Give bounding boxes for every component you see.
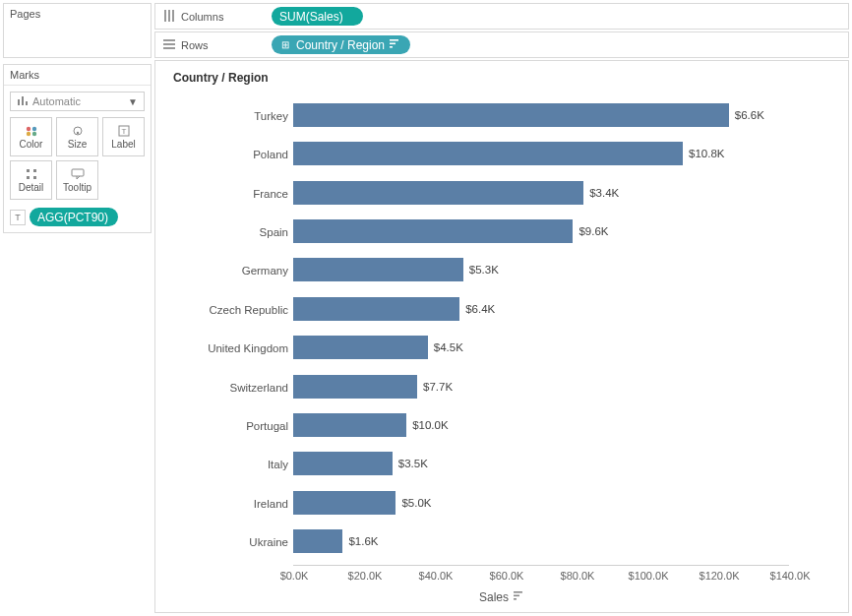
svg-rect-23	[390, 42, 396, 44]
svg-rect-19	[163, 39, 175, 41]
rows-shelf-label: Rows	[181, 39, 209, 51]
svg-rect-11	[27, 169, 30, 172]
bar-value-label: $5.3K	[469, 264, 499, 276]
pages-title: Pages	[4, 4, 151, 24]
columns-shelf[interactable]: Columns SUM(Sales)	[154, 3, 849, 30]
svg-point-6	[31, 131, 35, 135]
x-axis-tick: $40.0K	[419, 570, 454, 582]
y-axis-category: Turkey	[185, 110, 288, 122]
marks-size-label: Size	[68, 139, 87, 150]
label-icon: T	[118, 125, 130, 137]
bar[interactable]	[293, 336, 428, 359]
y-axis-category: United Kingdom	[185, 342, 288, 354]
columns-icon	[163, 10, 175, 24]
sort-icon	[514, 590, 524, 604]
chart-title: Country / Region	[173, 71, 269, 85]
x-axis-title: Sales	[479, 590, 524, 604]
bar-value-label: $5.0K	[401, 497, 431, 509]
marks-color-button[interactable]: Color	[10, 117, 52, 156]
marks-tooltip-button[interactable]: Tooltip	[56, 160, 98, 200]
bar[interactable]	[293, 413, 406, 437]
svg-rect-0	[18, 99, 20, 105]
bar-value-label: $9.6K	[578, 225, 608, 237]
mark-type-dropdown[interactable]: Automatic ▼	[10, 92, 145, 111]
bar-value-label: $4.5K	[434, 341, 463, 353]
svg-rect-1	[22, 96, 24, 105]
x-axis-tick: $20.0K	[348, 570, 383, 582]
bar-value-label: $3.4K	[589, 187, 619, 199]
svg-rect-22	[390, 39, 398, 41]
agg-pct90-label: AGG(PCT90)	[37, 211, 108, 224]
label-mark-icon: T	[10, 210, 26, 225]
rows-shelf[interactable]: Rows ⊞ Country / Region	[154, 31, 849, 58]
y-axis-category: Ukraine	[185, 536, 288, 548]
svg-rect-18	[172, 10, 174, 22]
y-axis-category: France	[185, 188, 288, 200]
y-axis-category: Ireland	[185, 498, 288, 510]
y-axis-category: Czech Republic	[185, 304, 288, 316]
bar[interactable]	[293, 258, 463, 281]
pages-panel: Pages	[3, 3, 152, 58]
bar[interactable]	[293, 142, 683, 165]
bar[interactable]	[293, 181, 583, 205]
columns-pill[interactable]: SUM(Sales)	[272, 7, 363, 26]
marks-panel: Marks Automatic ▼	[3, 64, 152, 233]
bar[interactable]	[293, 219, 573, 243]
x-axis-tick: $60.0K	[490, 570, 524, 582]
marks-color-label: Color	[20, 139, 43, 150]
svg-text:T: T	[121, 127, 126, 136]
bar-value-label: $1.6K	[348, 535, 378, 547]
bar[interactable]	[293, 375, 417, 399]
svg-point-5	[26, 131, 30, 135]
expand-icon: ⊞	[279, 39, 291, 51]
x-axis-tick: $80.0K	[561, 570, 595, 582]
y-axis-category: Switzerland	[185, 382, 288, 394]
svg-rect-25	[514, 591, 522, 593]
svg-rect-14	[33, 176, 36, 179]
bar[interactable]	[293, 452, 393, 475]
svg-rect-26	[514, 595, 519, 597]
svg-rect-13	[27, 176, 30, 179]
x-axis-line	[293, 565, 789, 566]
bar-value-label: $6.6K	[735, 109, 764, 121]
chart-plot-area: $6.6K$10.8K$3.4K$9.6K$5.3K$6.4K$4.5K$7.7…	[293, 95, 789, 561]
svg-rect-27	[514, 598, 517, 600]
bar[interactable]	[293, 103, 729, 127]
bar-value-label: $10.8K	[689, 148, 724, 159]
svg-rect-24	[390, 46, 393, 48]
svg-rect-21	[163, 47, 175, 49]
agg-pct90-pill[interactable]: AGG(PCT90)	[30, 208, 118, 226]
tooltip-icon	[71, 168, 85, 180]
x-axis-title-label: Sales	[479, 590, 509, 604]
bar[interactable]	[293, 491, 396, 515]
marks-title: Marks	[4, 65, 151, 86]
svg-rect-15	[72, 169, 84, 176]
automatic-bar-icon	[17, 95, 29, 107]
mark-type-label: Automatic	[32, 95, 81, 107]
rows-pill[interactable]: ⊞ Country / Region	[272, 35, 410, 54]
marks-detail-button[interactable]: Detail	[10, 160, 52, 200]
marks-label-button[interactable]: T Label	[102, 117, 145, 156]
svg-rect-20	[163, 43, 175, 45]
bar[interactable]	[293, 529, 342, 553]
x-axis-tick: $140.0K	[770, 570, 811, 582]
chart-view: Country / Region $6.6K$10.8K$3.4K$9.6K$5…	[154, 60, 849, 613]
x-axis-tick: $120.0K	[700, 570, 740, 582]
svg-rect-2	[26, 101, 28, 105]
caret-down-icon: ▼	[128, 96, 138, 107]
marks-detail-label: Detail	[19, 182, 44, 193]
bar-value-label: $3.5K	[398, 458, 428, 469]
rows-icon	[163, 38, 175, 52]
bar-value-label: $6.4K	[465, 303, 495, 315]
y-axis-category: Portugal	[185, 420, 288, 432]
svg-rect-12	[33, 169, 36, 172]
svg-point-4	[31, 126, 35, 130]
svg-point-3	[26, 126, 30, 130]
y-axis-category: Italy	[185, 459, 288, 470]
svg-rect-16	[164, 10, 166, 22]
x-axis-tick: $0.0K	[280, 570, 309, 582]
marks-size-button[interactable]: Size	[56, 117, 98, 156]
y-axis-category: Poland	[185, 149, 288, 160]
marks-label-label: Label	[111, 139, 135, 150]
bar[interactable]	[293, 297, 459, 321]
